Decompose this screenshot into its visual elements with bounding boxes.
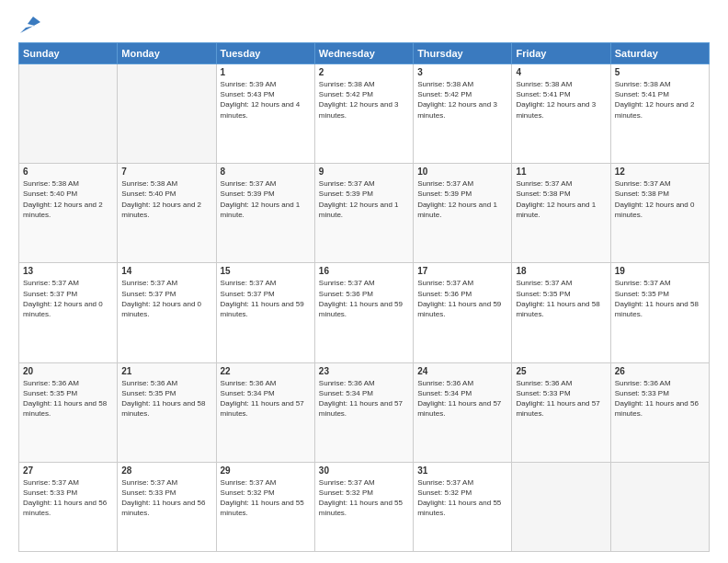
calendar-cell [610, 462, 709, 551]
col-sunday: Sunday [19, 43, 118, 64]
day-info: Sunrise: 5:38 AM Sunset: 5:40 PM Dayligh… [121, 178, 211, 220]
day-number: 15 [221, 266, 311, 276]
day-info: Sunrise: 5:37 AM Sunset: 5:32 PM Dayligh… [319, 477, 409, 519]
day-number: 21 [121, 366, 211, 376]
calendar-cell: 14Sunrise: 5:37 AM Sunset: 5:37 PM Dayli… [118, 263, 216, 362]
day-info: Sunrise: 5:37 AM Sunset: 5:37 PM Dayligh… [23, 278, 113, 319]
col-wednesday: Wednesday [314, 43, 413, 64]
calendar-cell: 12Sunrise: 5:37 AM Sunset: 5:38 PM Dayli… [610, 164, 709, 263]
calendar-cell [512, 462, 610, 551]
day-number: 2 [319, 67, 409, 77]
day-number: 3 [417, 67, 507, 77]
day-info: Sunrise: 5:37 AM Sunset: 5:32 PM Dayligh… [221, 477, 311, 519]
day-info: Sunrise: 5:37 AM Sunset: 5:35 PM Dayligh… [615, 278, 705, 319]
day-info: Sunrise: 5:37 AM Sunset: 5:39 PM Dayligh… [319, 178, 409, 220]
calendar-cell: 18Sunrise: 5:37 AM Sunset: 5:35 PM Dayli… [512, 263, 610, 362]
day-info: Sunrise: 5:37 AM Sunset: 5:32 PM Dayligh… [417, 477, 507, 519]
calendar-cell [118, 64, 216, 164]
page: Sunday Monday Tuesday Wednesday Thursday… [0, 0, 728, 563]
day-info: Sunrise: 5:37 AM Sunset: 5:37 PM Dayligh… [221, 278, 311, 319]
day-info: Sunrise: 5:38 AM Sunset: 5:42 PM Dayligh… [417, 79, 507, 121]
calendar-cell: 1Sunrise: 5:39 AM Sunset: 5:43 PM Daylig… [216, 64, 314, 164]
day-number: 14 [121, 266, 211, 276]
day-number: 5 [615, 67, 705, 77]
day-info: Sunrise: 5:37 AM Sunset: 5:35 PM Dayligh… [516, 278, 606, 319]
day-info: Sunrise: 5:36 AM Sunset: 5:34 PM Dayligh… [221, 378, 311, 419]
day-info: Sunrise: 5:37 AM Sunset: 5:36 PM Dayligh… [319, 278, 409, 319]
col-thursday: Thursday [414, 43, 512, 64]
calendar-cell: 24Sunrise: 5:36 AM Sunset: 5:34 PM Dayli… [414, 362, 512, 462]
col-monday: Monday [118, 43, 216, 64]
day-number: 8 [221, 167, 311, 177]
day-number: 29 [221, 465, 311, 476]
calendar-week-row: 27Sunrise: 5:37 AM Sunset: 5:33 PM Dayli… [19, 462, 710, 551]
day-info: Sunrise: 5:36 AM Sunset: 5:35 PM Dayligh… [121, 378, 211, 419]
calendar-cell: 16Sunrise: 5:37 AM Sunset: 5:36 PM Dayli… [314, 263, 413, 362]
calendar-cell: 2Sunrise: 5:38 AM Sunset: 5:42 PM Daylig… [314, 64, 413, 164]
calendar-cell: 22Sunrise: 5:36 AM Sunset: 5:34 PM Dayli… [216, 362, 314, 462]
day-number: 25 [516, 366, 606, 376]
day-number: 16 [319, 266, 409, 276]
day-info: Sunrise: 5:36 AM Sunset: 5:33 PM Dayligh… [516, 378, 606, 419]
day-number: 6 [23, 167, 113, 177]
day-number: 13 [23, 266, 113, 276]
day-info: Sunrise: 5:36 AM Sunset: 5:34 PM Dayligh… [417, 378, 507, 419]
day-info: Sunrise: 5:37 AM Sunset: 5:39 PM Dayligh… [417, 178, 507, 220]
calendar-cell: 21Sunrise: 5:36 AM Sunset: 5:35 PM Dayli… [118, 362, 216, 462]
day-number: 22 [221, 366, 311, 376]
logo [18, 17, 40, 33]
day-info: Sunrise: 5:37 AM Sunset: 5:38 PM Dayligh… [615, 178, 705, 220]
day-info: Sunrise: 5:37 AM Sunset: 5:37 PM Dayligh… [121, 278, 211, 319]
calendar-cell: 29Sunrise: 5:37 AM Sunset: 5:32 PM Dayli… [216, 462, 314, 551]
day-number: 18 [516, 266, 606, 276]
calendar-cell: 30Sunrise: 5:37 AM Sunset: 5:32 PM Dayli… [314, 462, 413, 551]
col-tuesday: Tuesday [216, 43, 314, 64]
calendar-cell: 15Sunrise: 5:37 AM Sunset: 5:37 PM Dayli… [216, 263, 314, 362]
day-number: 30 [319, 465, 409, 476]
calendar-cell: 26Sunrise: 5:36 AM Sunset: 5:33 PM Dayli… [610, 362, 709, 462]
calendar-cell: 6Sunrise: 5:38 AM Sunset: 5:40 PM Daylig… [19, 164, 118, 263]
day-number: 4 [516, 67, 606, 77]
calendar-cell: 3Sunrise: 5:38 AM Sunset: 5:42 PM Daylig… [414, 64, 512, 164]
day-number: 7 [121, 167, 211, 177]
day-info: Sunrise: 5:37 AM Sunset: 5:36 PM Dayligh… [417, 278, 507, 319]
calendar-cell: 17Sunrise: 5:37 AM Sunset: 5:36 PM Dayli… [414, 263, 512, 362]
calendar-cell [19, 64, 118, 164]
day-info: Sunrise: 5:36 AM Sunset: 5:35 PM Dayligh… [23, 378, 113, 419]
calendar-cell: 25Sunrise: 5:36 AM Sunset: 5:33 PM Dayli… [512, 362, 610, 462]
svg-marker-0 [20, 17, 40, 33]
day-number: 10 [417, 167, 507, 177]
day-number: 23 [319, 366, 409, 376]
day-number: 28 [121, 465, 211, 476]
calendar-cell: 19Sunrise: 5:37 AM Sunset: 5:35 PM Dayli… [610, 263, 709, 362]
header [18, 17, 710, 33]
day-number: 27 [23, 465, 113, 476]
calendar-cell: 27Sunrise: 5:37 AM Sunset: 5:33 PM Dayli… [19, 462, 118, 551]
calendar-cell: 28Sunrise: 5:37 AM Sunset: 5:33 PM Dayli… [118, 462, 216, 551]
calendar-cell: 23Sunrise: 5:36 AM Sunset: 5:34 PM Dayli… [314, 362, 413, 462]
logo-bird-icon [20, 17, 40, 33]
calendar-cell: 7Sunrise: 5:38 AM Sunset: 5:40 PM Daylig… [118, 164, 216, 263]
day-info: Sunrise: 5:37 AM Sunset: 5:33 PM Dayligh… [23, 477, 113, 519]
calendar-week-row: 20Sunrise: 5:36 AM Sunset: 5:35 PM Dayli… [19, 362, 710, 462]
day-info: Sunrise: 5:37 AM Sunset: 5:33 PM Dayligh… [121, 477, 211, 519]
day-number: 12 [615, 167, 705, 177]
day-info: Sunrise: 5:38 AM Sunset: 5:41 PM Dayligh… [516, 79, 606, 121]
day-number: 31 [417, 465, 507, 476]
day-number: 20 [23, 366, 113, 376]
day-info: Sunrise: 5:37 AM Sunset: 5:38 PM Dayligh… [516, 178, 606, 220]
calendar-header-row: Sunday Monday Tuesday Wednesday Thursday… [19, 43, 710, 64]
day-number: 17 [417, 266, 507, 276]
calendar-table: Sunday Monday Tuesday Wednesday Thursday… [18, 42, 710, 552]
day-info: Sunrise: 5:38 AM Sunset: 5:40 PM Dayligh… [23, 178, 113, 220]
day-info: Sunrise: 5:36 AM Sunset: 5:33 PM Dayligh… [615, 378, 705, 419]
day-number: 26 [615, 366, 705, 376]
col-saturday: Saturday [610, 43, 709, 64]
calendar-cell: 5Sunrise: 5:38 AM Sunset: 5:41 PM Daylig… [610, 64, 709, 164]
calendar-cell: 10Sunrise: 5:37 AM Sunset: 5:39 PM Dayli… [414, 164, 512, 263]
calendar-cell: 13Sunrise: 5:37 AM Sunset: 5:37 PM Dayli… [19, 263, 118, 362]
calendar-week-row: 6Sunrise: 5:38 AM Sunset: 5:40 PM Daylig… [19, 164, 710, 263]
calendar-cell: 9Sunrise: 5:37 AM Sunset: 5:39 PM Daylig… [314, 164, 413, 263]
calendar-cell: 20Sunrise: 5:36 AM Sunset: 5:35 PM Dayli… [19, 362, 118, 462]
day-number: 11 [516, 167, 606, 177]
